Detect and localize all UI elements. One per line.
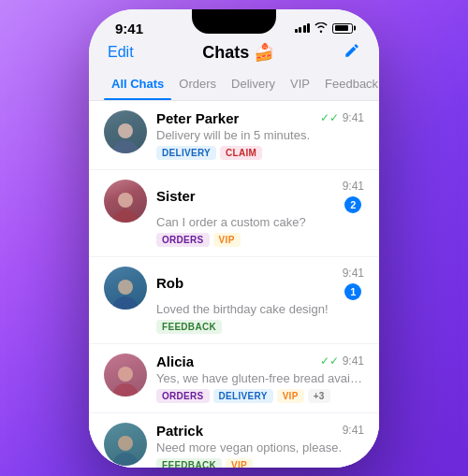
chat-name: Rob: [156, 275, 183, 291]
tag-orders: ORDERS: [156, 389, 210, 403]
chat-preview: Can I order a custom cake?: [156, 215, 364, 229]
chat-name: Sister: [156, 188, 196, 204]
tabs-bar: All Chats Orders Delivery VIP Feedback: [89, 69, 379, 101]
chat-item-sister[interactable]: Sister 9:41 2 Can I order a custom cake?…: [89, 170, 379, 257]
signal-icon: [295, 23, 311, 33]
chat-item-alicia[interactable]: Alicia ✓✓ 9:41 Yes, we have gluten-free …: [89, 344, 379, 413]
status-icons: [295, 22, 354, 35]
avatar-alicia: [104, 353, 147, 397]
chat-tags: FEEDBACK: [156, 320, 364, 334]
chat-content-sister: Sister 9:41 2 Can I order a custom cake?…: [156, 180, 364, 247]
read-check-icon: ✓✓: [320, 111, 339, 124]
tag-feedback: FEEDBACK: [156, 320, 222, 334]
chat-item-patrick[interactable]: Patrick 9:41 Need more vegan options, pl…: [89, 413, 379, 468]
chat-tags: FEEDBACK VIP: [156, 458, 364, 468]
phone-frame: 9:41 Edit Chats 🍰: [89, 9, 379, 468]
tab-vip[interactable]: VIP: [283, 69, 317, 100]
chat-preview: Yes, we have gluten-free bread available…: [156, 371, 364, 385]
chat-content-patrick: Patrick 9:41 Need more vegan options, pl…: [156, 423, 364, 468]
chat-preview: Loved the birthday cake design!: [156, 302, 364, 316]
chat-name: Alicia: [156, 353, 194, 369]
tag-vip: VIP: [213, 233, 241, 247]
tab-delivery[interactable]: Delivery: [224, 69, 283, 100]
tag-delivery: DELIVERY: [213, 389, 273, 403]
chat-time: 9:41: [343, 111, 364, 124]
nav-bar: Edit Chats 🍰: [89, 40, 379, 69]
chat-content-alicia: Alicia ✓✓ 9:41 Yes, we have gluten-free …: [156, 353, 364, 403]
tag-more: +3: [308, 389, 330, 403]
chat-tags: ORDERS DELIVERY VIP +3: [156, 389, 364, 403]
tag-claim: CLAIM: [220, 146, 262, 160]
edit-button[interactable]: Edit: [108, 44, 134, 61]
tag-feedback: FEEDBACK: [156, 458, 222, 468]
tab-feedback[interactable]: Feedback: [317, 69, 379, 100]
unread-badge: 2: [344, 196, 361, 213]
avatar-sister: [104, 180, 147, 223]
chat-content-rob: Rob 9:41 1 Loved the birthday cake desig…: [156, 267, 364, 334]
tag-delivery: DELIVERY: [156, 146, 216, 160]
notch: [192, 9, 276, 34]
tab-all-chats[interactable]: All Chats: [104, 69, 171, 100]
avatar-patrick: [104, 423, 147, 466]
chat-tags: ORDERS VIP: [156, 233, 364, 247]
chat-time: 9:41: [343, 424, 364, 437]
battery-icon: [332, 23, 353, 34]
tag-vip: VIP: [226, 458, 253, 468]
chat-item-rob[interactable]: Rob 9:41 1 Loved the birthday cake desig…: [89, 257, 379, 344]
chat-tags: DELIVERY CLAIM: [156, 146, 364, 160]
avatar-peter-parker: [104, 110, 147, 153]
chat-item-peter-parker[interactable]: Peter Parker ✓✓ 9:41 Delivery will be in…: [89, 101, 379, 170]
chat-list: Peter Parker ✓✓ 9:41 Delivery will be in…: [89, 101, 379, 468]
avatar-rob: [104, 267, 147, 310]
tag-orders: ORDERS: [156, 233, 210, 247]
chat-time: 9:41: [343, 180, 364, 193]
tag-vip: VIP: [277, 389, 304, 403]
unread-badge: 1: [344, 283, 361, 300]
chat-preview: Need more vegan options, please.: [156, 440, 364, 454]
status-time: 9:41: [115, 21, 143, 36]
chat-name: Patrick: [156, 423, 203, 439]
nav-title: Chats 🍰: [202, 42, 274, 63]
chat-content-peter: Peter Parker ✓✓ 9:41 Delivery will be in…: [156, 110, 364, 160]
compose-button[interactable]: [344, 42, 360, 64]
chat-time: 9:41: [343, 354, 364, 368]
tab-orders[interactable]: Orders: [171, 69, 224, 100]
chat-name: Peter Parker: [156, 110, 239, 126]
read-check-icon: ✓✓: [320, 354, 339, 368]
chat-time: 9:41: [343, 267, 364, 280]
wifi-icon: [314, 22, 328, 35]
chat-preview: Delivery will be in 5 minutes.: [156, 128, 364, 142]
